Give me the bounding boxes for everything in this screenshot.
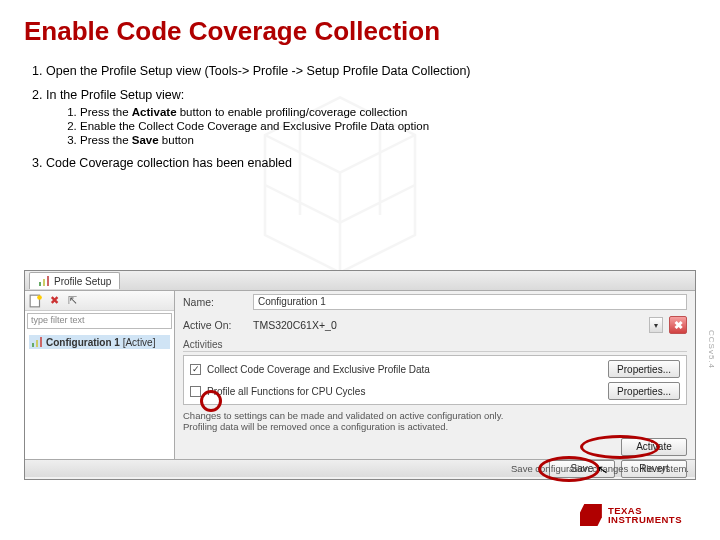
properties-button-1[interactable]: Properties... [608, 360, 680, 378]
remove-target-icon[interactable]: ✖ [669, 316, 687, 334]
svg-rect-0 [39, 282, 41, 286]
new-config-icon[interactable] [29, 294, 43, 308]
properties-button-2[interactable]: Properties... [608, 382, 680, 400]
name-input[interactable]: Configuration 1 [253, 294, 687, 310]
tab-profile-setup[interactable]: Profile Setup [29, 272, 120, 289]
filter-input[interactable]: type filter text [27, 313, 172, 329]
activeon-dropdown-icon[interactable]: ▾ [649, 317, 663, 333]
activities-header: Activities [183, 339, 687, 352]
slide-title: Enable Code Coverage Collection [24, 16, 440, 47]
sidebar-toolbar: ✖ ⇱ [25, 291, 174, 311]
collapse-icon[interactable]: ⇱ [65, 294, 79, 308]
delete-icon[interactable]: ✖ [47, 294, 61, 308]
tab-strip: Profile Setup [25, 271, 695, 291]
activity-code-coverage: Collect Code Coverage and Exclusive Prof… [207, 364, 602, 375]
activate-button[interactable]: Activate [621, 438, 687, 456]
step-2-3: Press the Save button [80, 134, 696, 146]
hint-text: Changes to settings can be made and vali… [183, 410, 687, 433]
brand-line2: Instruments [608, 515, 682, 525]
step-3: Code Coverage collection has been enable… [46, 156, 696, 170]
tab-label: Profile Setup [54, 276, 111, 287]
config-icon [31, 336, 43, 348]
step-1: Open the Profile Setup view (Tools-> Pro… [46, 64, 696, 78]
ti-chip-icon [580, 504, 602, 526]
checkbox-code-coverage[interactable] [190, 364, 201, 375]
svg-rect-6 [36, 340, 38, 347]
edge-watermark: CCSv5.4 [707, 330, 716, 369]
cursor-icon: ↖ [596, 461, 609, 478]
activities-list: Collect Code Coverage and Exclusive Prof… [183, 355, 687, 405]
step-2-1: Press the Activate button to enable prof… [80, 106, 696, 118]
main-pane: Name: Configuration 1 Active On: TMS320C… [175, 291, 695, 459]
instructions-block: Open the Profile Setup view (Tools-> Pro… [24, 64, 696, 180]
name-label: Name: [183, 296, 247, 308]
svg-rect-5 [32, 343, 34, 347]
ti-logo: Texas Instruments [580, 504, 682, 526]
tree-item-config1[interactable]: Configuration 1 [Active] [29, 335, 170, 349]
profile-setup-window: Profile Setup ✖ ⇱ type filter text Confi… [24, 270, 696, 480]
step-2-2: Enable the Collect Code Coverage and Exc… [80, 120, 696, 132]
activeon-label: Active On: [183, 319, 247, 331]
profile-icon [38, 275, 50, 287]
config-tree: Configuration 1 [Active] [25, 331, 174, 353]
step-2: In the Profile Setup view: Press the Act… [46, 88, 696, 146]
svg-rect-7 [40, 337, 42, 347]
activity-profile-cpu: Profile all Functions for CPU Cycles [207, 386, 602, 397]
activeon-value: TMS320C61X+_0 [253, 319, 643, 331]
sidebar: ✖ ⇱ type filter text Configuration 1 [Ac… [25, 291, 175, 459]
svg-point-4 [37, 295, 42, 300]
svg-rect-1 [43, 279, 45, 286]
checkbox-profile-cpu[interactable] [190, 386, 201, 397]
svg-rect-2 [47, 276, 49, 286]
